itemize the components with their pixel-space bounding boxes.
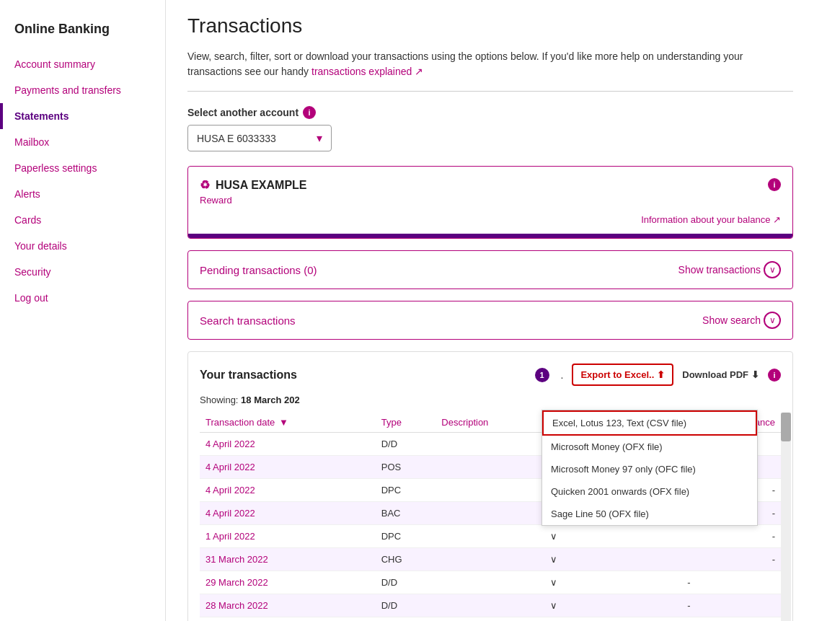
scrollbar[interactable]	[781, 413, 791, 621]
cell-desc	[436, 548, 544, 571]
sidebar-item-account-summary[interactable]: Account summary	[0, 51, 165, 77]
cell-type: D/D	[376, 571, 436, 594]
transactions-title: Your transactions	[200, 369, 297, 382]
step1-number: 1	[535, 368, 549, 382]
search-show-link[interactable]: Show search ∨	[702, 312, 781, 329]
step1-label: .	[561, 369, 564, 381]
account-card-type: Reward	[200, 195, 307, 206]
account-card-left: ♻ HUSA EXAMPLE Reward	[200, 178, 307, 206]
cell-balance	[697, 571, 781, 594]
transactions-area: Your transactions 1 . Export to Excel.. …	[187, 351, 793, 621]
export-icon: ⬆	[657, 369, 665, 380]
search-transactions-title: Search transactions	[200, 314, 296, 327]
cell-chevron[interactable]: ∨	[544, 548, 579, 571]
cell-desc	[436, 479, 544, 502]
cell-type: DPC	[376, 525, 436, 548]
description-text: View, search, filter, sort or download y…	[187, 50, 743, 77]
pending-transactions-section[interactable]: Pending transactions (0) Show transactio…	[187, 250, 793, 289]
page-title: Transactions	[187, 14, 793, 38]
cell-type: BAC	[376, 502, 436, 525]
cell-desc	[436, 594, 544, 617]
cell-balance	[697, 594, 781, 617]
cell-type: D/D	[376, 594, 436, 617]
recycle-icon: ♻	[200, 178, 210, 192]
account-dropdown[interactable]: HUSA E 6033333 ▾	[187, 125, 332, 151]
account-info-icon[interactable]: i	[768, 178, 781, 191]
export-option-quicken[interactable]: Quicken 2001 onwards (OFX file)	[542, 480, 757, 503]
sidebar-item-alerts[interactable]: Alerts	[0, 181, 165, 207]
cell-paid-in	[580, 571, 611, 594]
balance-link-anchor[interactable]: Information about your balance ↗	[641, 214, 781, 225]
pending-transactions-title: Pending transactions (0)	[200, 264, 317, 276]
cell-desc	[436, 502, 544, 525]
cell-paid-in	[580, 617, 611, 622]
search-transactions-section[interactable]: Search transactions Show search ∨	[187, 301, 793, 340]
cell-desc	[436, 433, 544, 456]
chevron-down-icon: ▾	[317, 131, 322, 145]
cell-type: D/D	[376, 617, 436, 622]
export-option-ofx[interactable]: Microsoft Money (OFX file)	[542, 436, 757, 458]
table-row: 1 April 2022DPC∨-	[200, 525, 781, 548]
account-selector-info-icon[interactable]: i	[303, 106, 316, 119]
col-transaction-date[interactable]: Transaction date ▼	[200, 413, 376, 433]
sidebar-item-payments-transfers[interactable]: Payments and transfers	[0, 77, 165, 103]
search-chevron-icon: ∨	[764, 312, 781, 329]
cell-chevron[interactable]: ∨	[544, 594, 579, 617]
sidebar-title: Online Banking	[0, 14, 165, 51]
cell-date: 28 March 2022	[200, 594, 376, 617]
pending-show-link[interactable]: Show transactions ∨	[678, 261, 781, 278]
sidebar-item-paperless-settings[interactable]: Paperless settings	[0, 155, 165, 181]
export-to-excel-button[interactable]: Export to Excel.. ⬆	[572, 364, 673, 386]
table-row: 29 March 2022D/D∨-	[200, 571, 781, 594]
cell-balance: -	[697, 525, 781, 548]
col-description: Description	[436, 413, 544, 433]
cell-balance: -	[697, 548, 781, 571]
cell-type: DPC	[376, 479, 436, 502]
account-selector-section: Select another account i HUSA E 6033333 …	[187, 106, 793, 151]
transactions-explained-link[interactable]: transactions explained ↗	[311, 66, 423, 77]
table-row: 28 March 2022D/D∨	[200, 617, 781, 622]
balance-link[interactable]: Information about your balance ↗	[200, 214, 781, 225]
cell-balance	[697, 617, 781, 622]
download-pdf-button[interactable]: Download PDF ⬇	[682, 369, 759, 380]
sidebar-item-security[interactable]: Security	[0, 259, 165, 285]
sidebar-item-log-out[interactable]: Log out	[0, 285, 165, 311]
cell-paid-out: -	[611, 571, 697, 594]
cell-date: 29 March 2022	[200, 571, 376, 594]
transactions-header: Your transactions 1 . Export to Excel.. …	[200, 364, 781, 386]
export-option-ofc[interactable]: Microsoft Money 97 only (OFC file)	[542, 458, 757, 480]
scroll-thumb[interactable]	[781, 413, 791, 441]
cell-date: 31 March 2022	[200, 548, 376, 571]
account-card: ♻ HUSA EXAMPLE Reward i Information abou…	[187, 166, 793, 239]
cell-chevron[interactable]: ∨	[544, 571, 579, 594]
cell-date: 4 April 2022	[200, 502, 376, 525]
account-card-name: ♻ HUSA EXAMPLE	[200, 178, 307, 192]
cell-paid-in	[580, 594, 611, 617]
sidebar-item-statements[interactable]: Statements	[0, 103, 165, 129]
cell-paid-out	[611, 525, 697, 548]
cell-paid-in	[580, 525, 611, 548]
cell-paid-in	[580, 548, 611, 571]
export-option-csv[interactable]: Excel, Lotus 123, Text (CSV file)	[542, 410, 757, 436]
sidebar-item-cards[interactable]: Cards	[0, 207, 165, 233]
pending-chevron-icon: ∨	[764, 261, 781, 278]
account-card-header: ♻ HUSA EXAMPLE Reward i	[200, 178, 781, 206]
cell-desc	[436, 617, 544, 622]
export-option-sage[interactable]: Sage Line 50 (OFX file)	[542, 503, 757, 525]
export-dropdown: Excel, Lotus 123, Text (CSV file) Micros…	[541, 410, 758, 526]
account-card-bar	[188, 234, 792, 238]
sidebar-item-mailbox[interactable]: Mailbox	[0, 129, 165, 155]
sidebar: Online Banking Account summaryPayments a…	[0, 0, 166, 621]
transactions-info-icon[interactable]: i	[768, 369, 781, 382]
showing-date: 18 March 202	[241, 395, 300, 405]
transactions-actions: 1 . Export to Excel.. ⬆ Download PDF ⬇ i	[535, 364, 781, 386]
cell-type: POS	[376, 456, 436, 479]
sidebar-item-your-details[interactable]: Your details	[0, 233, 165, 259]
cell-desc	[436, 525, 544, 548]
cell-type: CHG	[376, 548, 436, 571]
cell-chevron[interactable]: ∨	[544, 525, 579, 548]
cell-chevron[interactable]: ∨	[544, 617, 579, 622]
cell-desc	[436, 571, 544, 594]
cell-paid-out	[611, 617, 697, 622]
table-row: 28 March 2022D/D∨-	[200, 594, 781, 617]
